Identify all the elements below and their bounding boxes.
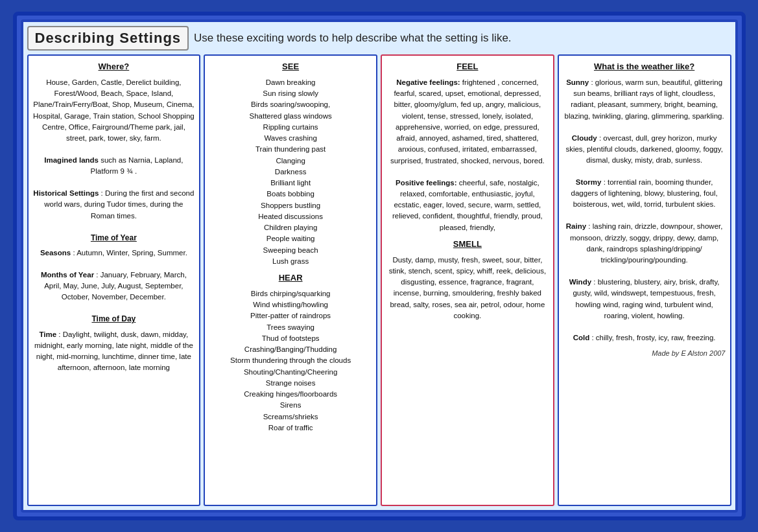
credit: Made by E Alston 2007 — [563, 349, 726, 359]
col3-negative: Negative feelings: frightened , concerne… — [386, 77, 549, 167]
hear-item: Strange noises — [209, 378, 372, 389]
page-title: Describing Settings — [35, 30, 182, 46]
cold-text: : chilly, fresh, frosty, icy, raw, freez… — [591, 334, 715, 341]
col4-windy: Windy : blustering, blustery, airy, bris… — [563, 277, 726, 321]
time-label: Time — [40, 330, 57, 338]
columns: Where? House, Garden, Castle, Derelict b… — [27, 54, 731, 506]
col1-imagined: Imagined lands such as Narnia, Lapland, … — [33, 155, 195, 178]
historical-label: Historical Settings — [33, 189, 99, 197]
positive-label: Positive feelings: — [396, 179, 457, 187]
col1-places: House, Garden, Castle, Derelict building… — [33, 77, 195, 145]
imagined-label: Imagined lands — [44, 156, 99, 164]
hear-item: Pitter-patter of raindrops — [209, 310, 372, 321]
col4-cloudy: Cloudy : overcast, dull, grey horizon, m… — [563, 133, 726, 167]
col2-see-items: Dawn breakingSun rising slowlyBirds soar… — [209, 77, 372, 267]
rainy-label: Rainy — [566, 222, 586, 230]
col2-see-title: SEE — [209, 61, 372, 73]
cloudy-label: Cloudy — [572, 134, 597, 142]
hear-item: Storm thundering through the clouds — [209, 355, 372, 366]
hear-item: Birds chirping/squarking — [209, 288, 372, 299]
col1-title: Where? — [33, 61, 195, 73]
see-item: Darkness — [209, 167, 372, 178]
header: Describing Settings Use these exciting w… — [27, 26, 731, 51]
see-item: Sun rising slowly — [209, 88, 372, 99]
col4-title: What is the weather like? — [563, 61, 726, 73]
hear-item: Screams/shrieks — [209, 411, 372, 422]
col4-cold: Cold : chilly, fresh, frosty, icy, raw, … — [563, 332, 726, 343]
sunny-label: Sunny — [566, 78, 589, 86]
hear-item: Wind whistling/howling — [209, 299, 372, 310]
col2-hear-title: HEAR — [209, 272, 372, 284]
inner-wrapper: Describing Settings Use these exciting w… — [21, 19, 738, 513]
see-item: Boats bobbing — [209, 189, 372, 200]
col1-months: Months of Year : January, February, Marc… — [33, 270, 195, 303]
see-item: Waves crashing — [209, 133, 372, 144]
col2-hear-items: Birds chirping/squarkingWind whistling/h… — [209, 288, 372, 434]
see-item: Rippling curtains — [209, 122, 372, 133]
page-subtitle: Use these exciting words to help describ… — [194, 32, 731, 45]
hear-item: Crashing/Banging/Thudding — [209, 344, 372, 355]
see-item: Dawn breaking — [209, 77, 372, 88]
stormy-label: Stormy — [576, 178, 602, 186]
see-item: Heated discussions — [209, 211, 372, 222]
seasons-label: Seasons — [40, 249, 71, 257]
col1-historical: Historical Settings : During the first a… — [33, 188, 195, 222]
col1-time: Time : Daylight, twilight, dusk, dawn, m… — [33, 329, 195, 374]
col3-positive: Positive feelings: cheerful, safe, nosta… — [386, 178, 549, 233]
negative-label: Negative feelings: — [396, 78, 460, 86]
hear-item: Trees swaying — [209, 322, 372, 333]
col-see-hear: SEE Dawn breakingSun rising slowlyBirds … — [204, 54, 377, 506]
see-item: People waiting — [209, 233, 372, 244]
imagined-text: such as Narnia, Lapland, Platform 9 ¾ . — [91, 156, 184, 175]
col1-toy-label: Time of Year — [33, 233, 195, 244]
see-item: Sweeping beach — [209, 245, 372, 256]
col-weather: What is the weather like? Sunny : glorio… — [558, 54, 731, 506]
cold-label: Cold — [573, 334, 590, 341]
col-feel-smell: FEEL Negative feelings: frightened , con… — [381, 54, 554, 506]
see-item: Brilliant light — [209, 178, 372, 189]
col1-seasons: Seasons : Autumn, Winter, Spring, Summer… — [33, 248, 195, 259]
col4-stormy: Stormy : torrential rain, booming thunde… — [563, 177, 726, 211]
col3-smell-text: Dusty, damp, musty, fresh, sweet, sour, … — [386, 255, 549, 322]
windy-text: : blustering, blustery, airy, brisk, dra… — [573, 278, 719, 319]
see-item: Children playing — [209, 222, 372, 233]
hear-item: Creaking hinges/floorboards — [209, 389, 372, 400]
see-item: Shattered glass windows — [209, 111, 372, 122]
outer-border: Describing Settings Use these exciting w… — [13, 12, 746, 520]
col3-smell-title: SMELL — [386, 238, 549, 251]
col3-feel-title: FEEL — [386, 61, 549, 73]
sunny-text: : glorious, warm sun, beautiful, glitter… — [565, 78, 724, 120]
col4-sunny: Sunny : glorious, warm sun, beautiful, g… — [563, 77, 726, 122]
see-item: Lush grass — [209, 256, 372, 267]
hear-item: Thud of footsteps — [209, 333, 372, 344]
see-item: Train thundering past — [209, 144, 372, 155]
hear-item: Shouting/Chanting/Cheering — [209, 367, 372, 378]
col-where: Where? House, Garden, Castle, Derelict b… — [27, 54, 201, 506]
hear-item: Roar of traffic — [209, 422, 372, 434]
seasons-text: : Autumn, Winter, Spring, Summer. — [73, 249, 187, 257]
months-label: Months of Year — [41, 271, 94, 279]
see-item: Birds soaring/swooping, — [209, 99, 372, 110]
title-box: Describing Settings — [27, 26, 189, 51]
windy-label: Windy — [569, 278, 591, 286]
see-item: Clanging — [209, 156, 372, 167]
rainy-text: : lashing rain, drizzle, downpour, showe… — [570, 222, 722, 264]
col1-tod-label: Time of Day — [33, 314, 195, 325]
col4-rainy: Rainy : lashing rain, drizzle, downpour,… — [563, 221, 726, 266]
negative-text: frightened , concerned, fearful, scared,… — [390, 78, 545, 165]
time-text: : Daylight, twilight, dusk, dawn, midday… — [34, 330, 193, 372]
see-item: Shoppers bustling — [209, 200, 372, 211]
hear-item: Sirens — [209, 400, 372, 411]
